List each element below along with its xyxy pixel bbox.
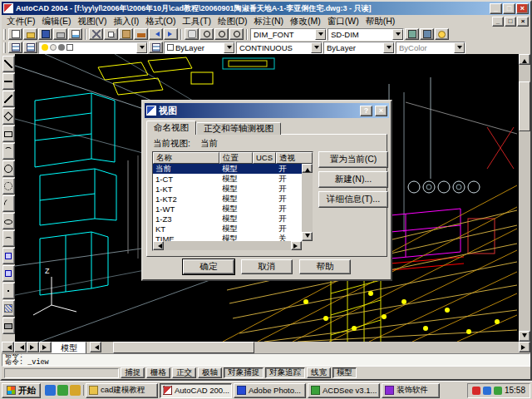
xline-tool-button[interactable] (2, 73, 15, 90)
chevron-down-icon[interactable] (383, 42, 394, 53)
tab-nav-last-icon[interactable] (39, 342, 52, 352)
vertical-scrollbar[interactable] (519, 54, 530, 342)
chevron-down-icon[interactable] (454, 42, 465, 53)
line-tool-button[interactable] (2, 56, 15, 72)
paste-button[interactable] (119, 28, 133, 40)
osnap-toggle[interactable]: 对象捕捉 (224, 367, 264, 378)
scroll-left-icon[interactable] (90, 342, 101, 352)
scroll-up-icon[interactable] (302, 164, 313, 173)
task-cad-folder[interactable]: cad建模教程 (86, 383, 158, 398)
list-horizontal-scrollbar[interactable] (153, 241, 302, 250)
ellipse-tool-button[interactable] (2, 213, 15, 229)
menu-tools[interactable]: 工具(T) (180, 15, 214, 28)
tab-orthographic-views[interactable]: 正交和等轴测视图 (196, 122, 281, 135)
start-button[interactable]: 开始 (2, 383, 41, 398)
view-row[interactable]: 1-Z3模型开 (153, 214, 302, 224)
toolbar-grip[interactable] (3, 42, 6, 53)
tab-nav-next-icon[interactable] (27, 342, 39, 352)
tab-nav-first-icon[interactable] (2, 342, 14, 352)
polyline-tool-button[interactable] (2, 91, 15, 107)
title-bar[interactable]: AutoCAD 2004 - [f:\yy\yl\2006年\2006年10月\… (2, 2, 530, 15)
column-name[interactable]: 名称 (153, 152, 219, 164)
view-row-current[interactable]: 当前模型开 (153, 164, 302, 174)
minimize-button[interactable]: _ (490, 3, 502, 14)
chevron-down-icon[interactable] (315, 29, 326, 40)
menu-edit[interactable]: 编辑(E) (38, 15, 74, 28)
tray-ime-icon[interactable] (494, 387, 502, 395)
mdi-minimize-button[interactable]: _ (492, 17, 504, 27)
ok-button[interactable]: 确定 (183, 259, 234, 274)
designcenter-button[interactable] (420, 28, 434, 40)
snap-toggle[interactable]: 捕捉 (121, 367, 145, 378)
chevron-down-icon[interactable] (136, 42, 147, 53)
column-location[interactable]: 位置 (219, 152, 253, 164)
properties-button[interactable] (405, 28, 419, 40)
new-view-button[interactable]: 新建(N)... (318, 171, 388, 188)
task-acdsee[interactable]: ACDSee v3.1... (308, 383, 380, 398)
dialog-close-icon[interactable]: × (375, 106, 387, 116)
plotstyle-combo[interactable]: ByColor (396, 42, 466, 54)
layer-previous-button[interactable] (149, 42, 163, 53)
dim-style-combo[interactable]: SD-DIM (328, 28, 404, 41)
scroll-down-icon[interactable] (302, 232, 313, 241)
menu-insert[interactable]: 插入(I) (110, 15, 142, 28)
tray-volume-icon[interactable] (483, 387, 491, 395)
horizontal-scroll-thumb[interactable] (113, 342, 254, 353)
menu-help[interactable]: 帮助(H) (362, 15, 399, 28)
mdi-restore-button[interactable]: □ (505, 17, 516, 27)
make-layer-current-button[interactable] (23, 42, 37, 53)
menu-modify[interactable]: 修改(M) (287, 15, 324, 28)
layer-combo[interactable] (38, 42, 148, 54)
maximize-button[interactable]: □ (503, 3, 515, 14)
zoom-realtime-button[interactable] (200, 28, 214, 40)
region-tool-button[interactable] (2, 318, 15, 334)
task-photoshop[interactable]: Adobe Photo... (234, 383, 306, 398)
explorer-icon[interactable] (70, 385, 81, 396)
polygon-tool-button[interactable] (2, 108, 15, 125)
view-row[interactable]: 1-WT模型开 (153, 204, 302, 214)
close-button[interactable]: × (516, 3, 529, 14)
menu-file[interactable]: 文件(F) (3, 15, 38, 28)
menu-dimension[interactable]: 标注(N) (251, 15, 288, 28)
scroll-down-icon[interactable] (519, 331, 530, 342)
tab-nav-prev-icon[interactable] (14, 342, 27, 352)
lineweight-combo[interactable]: ByLayer (323, 42, 395, 54)
task-decor-software[interactable]: 装饰软件 (382, 383, 440, 398)
save-button[interactable] (38, 28, 52, 40)
scroll-left-icon[interactable] (153, 241, 164, 250)
layer-properties-button[interactable] (8, 42, 22, 53)
view-row[interactable]: 1-CT模型开 (153, 174, 302, 184)
view-row[interactable]: TIME模型关 (153, 234, 302, 241)
scroll-right-icon[interactable] (291, 241, 302, 250)
spline-tool-button[interactable] (2, 195, 15, 212)
make-block-button[interactable] (2, 265, 15, 282)
hatch-tool-button[interactable] (2, 300, 15, 317)
show-desktop-icon[interactable] (57, 385, 68, 396)
chevron-down-icon[interactable] (392, 29, 403, 40)
view-row[interactable]: KT模型开 (153, 224, 302, 234)
set-current-button[interactable]: 置为当前(C) (318, 151, 388, 168)
polar-toggle[interactable]: 极轴 (198, 367, 222, 378)
arc-tool-button[interactable] (2, 143, 15, 160)
model-space-toggle[interactable]: 模型 (332, 367, 357, 378)
plot-button[interactable] (53, 28, 67, 40)
tray-app-icon[interactable] (472, 387, 480, 395)
otrack-toggle[interactable]: 对象追踪 (265, 367, 305, 378)
point-tool-button[interactable] (2, 283, 15, 299)
text-style-combo[interactable]: DIM_FONT (250, 28, 327, 41)
help-button[interactable] (435, 28, 449, 40)
help-button[interactable]: 帮助 (299, 259, 351, 274)
mdi-close-button[interactable]: × (517, 17, 529, 27)
cancel-button[interactable]: 取消 (241, 259, 293, 274)
tab-model[interactable]: 模型 (52, 342, 86, 353)
toolbar-grip[interactable] (3, 29, 6, 40)
vertical-scroll-thumb[interactable] (519, 81, 530, 131)
menu-view[interactable]: 视图(V) (74, 15, 110, 28)
dialog-help-icon[interactable]: ? (360, 106, 372, 116)
ortho-toggle[interactable]: 正交 (172, 367, 196, 378)
pan-button[interactable] (185, 28, 199, 40)
task-autocad[interactable]: AutoCAD 200... (160, 383, 232, 398)
linetype-combo[interactable]: CONTINUOUS (236, 42, 323, 54)
plot-preview-button[interactable] (68, 28, 82, 40)
view-row[interactable]: 1-KT模型开 (153, 184, 302, 194)
